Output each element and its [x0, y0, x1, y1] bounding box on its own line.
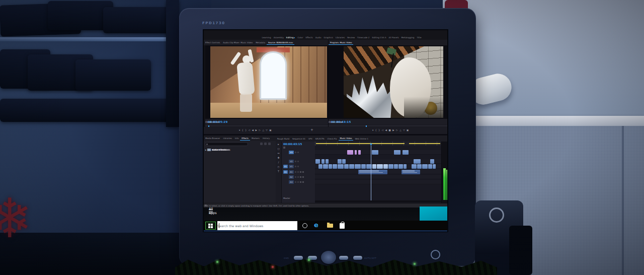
transport-icon[interactable]: △	[262, 129, 264, 132]
video-clip[interactable]	[338, 164, 344, 169]
video-clip[interactable]	[349, 164, 354, 169]
tab-media-browser[interactable]: Media Browser	[204, 136, 222, 140]
transport-icon[interactable]: ▾	[372, 129, 373, 132]
audio-clip[interactable]	[401, 170, 420, 174]
track-toggle-icon[interactable]	[295, 152, 296, 153]
tab-effects[interactable]: Effects	[240, 136, 250, 141]
sequence-tab-music-video[interactable]: Music Video	[339, 136, 354, 141]
timeline-playhead[interactable]	[371, 146, 371, 201]
video-clip[interactable]	[338, 159, 342, 164]
tool-icon[interactable]: ◻	[277, 148, 279, 150]
sequence-tab-web-online-1[interactable]: Web Online 1	[353, 137, 370, 141]
video-clip[interactable]	[414, 159, 421, 164]
transport-icon[interactable]: ▣	[269, 129, 271, 132]
effects-bin-video-transitions[interactable]: ▸Video Transitions	[204, 148, 230, 152]
video-clip[interactable]	[372, 150, 378, 155]
track-header-a2[interactable]: A2	[282, 175, 314, 179]
tab-effect-controls[interactable]: Effect Controls	[204, 41, 221, 44]
start-button[interactable]	[205, 222, 216, 230]
workspace-learning[interactable]: Learning	[261, 36, 272, 39]
transport-icon[interactable]: ◀	[252, 129, 253, 132]
timeline-clip-area[interactable]	[315, 142, 441, 203]
disclosure-icon[interactable]: ▸	[205, 149, 206, 151]
track-toggle-icon[interactable]	[297, 171, 299, 173]
nav-pad-button[interactable]	[321, 251, 336, 264]
track-header-v3[interactable]: V3	[282, 150, 314, 155]
transport-icon[interactable]: ▷	[396, 129, 397, 132]
transport-icon[interactable]: ▽	[266, 129, 267, 132]
sequence-tab-sequence-01[interactable]: Sequence 01	[291, 137, 307, 141]
transport-icon[interactable]: }	[378, 129, 380, 132]
menu-right-button[interactable]	[339, 256, 348, 260]
video-clip[interactable]	[358, 150, 361, 155]
tab-source-b0n048ra5-mov[interactable]: Source: B0N048rA5.mov	[267, 41, 294, 45]
source-patch-a1[interactable]: A1	[283, 170, 288, 174]
track-header-v2[interactable]: V2	[282, 159, 314, 164]
start-menu-tile[interactable]	[420, 207, 448, 221]
audio-clip[interactable]	[358, 170, 387, 174]
edge-browser-icon[interactable]: e	[314, 222, 318, 229]
mute-toggle-icon[interactable]	[300, 176, 301, 178]
tab-info[interactable]: Info	[233, 136, 240, 140]
video-clip[interactable]	[433, 164, 436, 169]
workspace-assembly[interactable]: Assembly	[273, 36, 285, 39]
video-clip[interactable]	[422, 164, 428, 169]
video-clip[interactable]	[326, 159, 329, 164]
video-clip[interactable]	[398, 164, 403, 169]
video-clip[interactable]	[315, 159, 320, 164]
video-clip[interactable]	[428, 164, 432, 169]
tool-icon[interactable]: T	[278, 170, 279, 173]
file-explorer-icon[interactable]	[327, 224, 333, 228]
video-clip[interactable]	[377, 164, 383, 169]
track-name-a3[interactable]: A3	[289, 180, 294, 184]
transport-icon[interactable]: ▶	[392, 129, 394, 132]
tab-history[interactable]: History	[261, 136, 271, 140]
source-transport-controls[interactable]: ▾{}◁◀▶▷△▽▣	[239, 128, 272, 133]
transport-icon[interactable]: ▽	[403, 129, 405, 132]
video-clip[interactable]	[323, 164, 328, 169]
source-patch-a3[interactable]	[283, 180, 288, 184]
track-toggle-icon[interactable]	[295, 171, 296, 173]
program-transport-controls[interactable]: ▾{}◁◀■▶▷△▽▣	[372, 128, 409, 133]
track-toggle-icon[interactable]	[295, 176, 296, 178]
video-clip[interactable]	[394, 150, 400, 155]
workspace-effects[interactable]: Effects	[304, 36, 313, 39]
track-name-v3[interactable]: V3	[289, 151, 294, 154]
track-toggle-icon[interactable]	[297, 176, 299, 178]
workspace-all-panels[interactable]: All Panels	[388, 36, 400, 39]
video-clip[interactable]	[329, 164, 332, 169]
taskbar-search-input[interactable]: Search the web and Windows	[217, 221, 297, 230]
transport-icon[interactable]: ■	[388, 129, 390, 132]
workspace-timecode-2[interactable]: Timecode 2	[356, 36, 370, 39]
video-clip[interactable]	[388, 164, 393, 169]
track-toggle-icon[interactable]	[295, 166, 296, 167]
filter-icon[interactable]	[260, 143, 263, 145]
source-patch-v3[interactable]	[283, 151, 288, 154]
transport-icon[interactable]: ◁	[249, 129, 250, 132]
osd-button[interactable]	[294, 256, 303, 260]
video-clip[interactable]	[372, 164, 376, 169]
tab-libraries[interactable]: Libraries	[222, 136, 233, 140]
workspace-graphics[interactable]: Graphics	[323, 36, 335, 39]
video-clip[interactable]	[321, 159, 325, 164]
sequence-tab-vfx[interactable]: VFX	[307, 137, 314, 141]
tab-markers[interactable]: Markers	[250, 136, 261, 140]
settings-wrench-icon[interactable]	[329, 121, 331, 123]
transport-icon[interactable]: }	[245, 129, 247, 132]
video-clip[interactable]	[342, 159, 346, 164]
track-name-v1[interactable]: V1	[289, 165, 294, 168]
transport-icon[interactable]: ▾	[239, 129, 240, 132]
video-clip[interactable]	[430, 159, 434, 164]
video-clip[interactable]	[355, 150, 357, 155]
tool-icon[interactable]: ✚	[277, 157, 279, 159]
windows-store-icon[interactable]	[340, 223, 345, 229]
track-name-v2[interactable]: V2	[289, 160, 294, 163]
new-bin-icon[interactable]	[268, 143, 271, 145]
video-clip[interactable]	[347, 150, 353, 155]
tab-program-music-video[interactable]: Program: Music Video	[329, 41, 353, 45]
video-clip[interactable]	[383, 164, 388, 169]
filter-icon[interactable]	[264, 143, 267, 145]
track-toggle-icon[interactable]	[297, 181, 299, 183]
sequence-tab-check-fix[interactable]: Check Fix	[326, 137, 338, 141]
source-patch-a2[interactable]	[283, 175, 288, 179]
